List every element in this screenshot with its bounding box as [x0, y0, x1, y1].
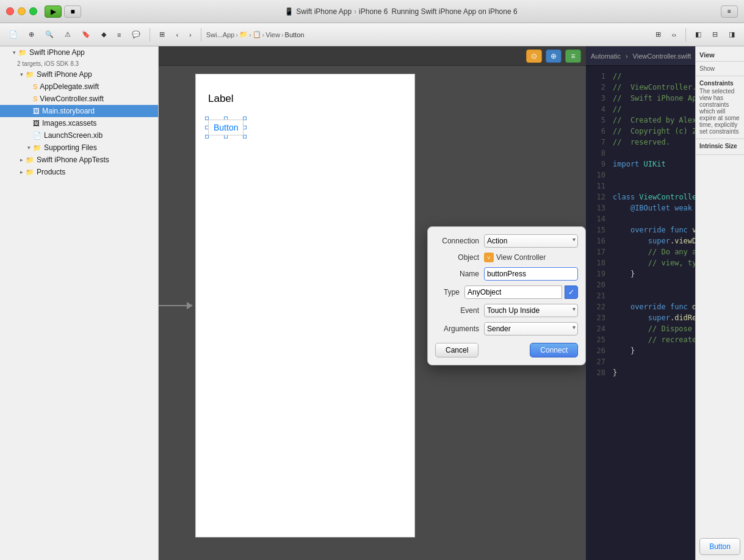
bookmark-button[interactable]: 🔖: [78, 27, 95, 43]
canvas-area: ⊙ ⊕ ≡ Label: [159, 46, 586, 560]
code-content: 12345 678910 1112131415 1617181920 21222…: [586, 66, 695, 560]
canvas-tool-1[interactable]: ⊙: [526, 49, 542, 63]
stop-button[interactable]: ■: [64, 5, 81, 18]
name-input[interactable]: [484, 267, 578, 281]
breadcrumb-file[interactable]: 📋: [253, 31, 261, 38]
utilities-toggle[interactable]: ◨: [724, 27, 739, 43]
project-icon: 📁: [18, 49, 27, 57]
connection-select[interactable]: Action Outlet Outlet Collection: [484, 234, 578, 248]
maximize-button[interactable]: [29, 7, 37, 15]
navigator-toggle[interactable]: ◧: [691, 27, 706, 43]
menu-button[interactable]: ≡: [721, 5, 738, 18]
breakpoint-button[interactable]: ◆: [97, 27, 110, 43]
sidebar-item-main-storyboard[interactable]: 🖼 Main.storyboard: [0, 105, 158, 117]
ui-label: Label: [208, 93, 402, 105]
speech-button[interactable]: 💬: [128, 27, 145, 43]
popup-row-connection: Connection Action Outlet Outlet Collecti…: [435, 234, 578, 248]
arrow-line: [159, 305, 187, 306]
canvas-toolbar: ⊙ ⊕ ≡: [159, 46, 586, 66]
right-panel: View Show Constraints The selected view …: [695, 46, 744, 560]
app-info: 📱 Swift iPhone App › iPhone 6: [284, 7, 388, 16]
breadcrumb-app[interactable]: Swi...App: [206, 31, 234, 38]
sidebar-item-appdelegate[interactable]: S AppDelegate.swift: [0, 81, 158, 93]
new-file-button[interactable]: 📄: [5, 27, 22, 43]
breadcrumb-view[interactable]: View: [265, 31, 280, 38]
right-panel-header: View: [696, 46, 744, 62]
arrow-head: [187, 302, 193, 309]
vc-icon: V: [484, 253, 494, 262]
breadcrumb: Swi...App › 📁 › 📋 › View › Button: [206, 31, 305, 38]
warning-button[interactable]: ⚠: [60, 27, 75, 43]
add-target-button[interactable]: ⊕: [24, 27, 38, 43]
popup-object: V View Controller: [484, 253, 578, 262]
connection-popup: Connection Action Outlet Outlet Collecti…: [427, 226, 586, 365]
type-label: Type: [435, 288, 464, 296]
titlebar: ▶ ■ 📱 Swift iPhone App › iPhone 6 Runnin…: [0, 0, 744, 23]
sidebar-item-launchscreen[interactable]: 📄 LaunchScreen.xib: [0, 129, 158, 142]
iphone-frame: Label Button: [195, 74, 415, 537]
event-select-wrapper[interactable]: Touch Up Inside Touch Up Outside Touch D…: [484, 304, 578, 317]
main-layout: ▾ 📁 Swift iPhone App 2 targets, iOS SDK …: [0, 46, 744, 560]
app-name: Swift iPhone App: [296, 7, 352, 16]
right-panel-intrinsic: Intrinsic Size: [696, 139, 744, 155]
code-editor: Automatic › ViewController.swift › No Se…: [586, 46, 695, 560]
debug-toggle[interactable]: ⊟: [708, 27, 722, 43]
event-select[interactable]: Touch Up Inside Touch Up Outside Touch D…: [484, 304, 578, 317]
popup-connector: [585, 295, 586, 296]
sidebar-item-tests[interactable]: ▸ 📁 Swift iPhone AppTests: [0, 154, 158, 166]
arguments-select[interactable]: Sender Sender and Event None: [484, 322, 578, 336]
version-editor-button[interactable]: ‹›: [668, 27, 681, 43]
device-name: iPhone 6: [359, 7, 388, 16]
sidebar-item-viewcontroller[interactable]: S ViewController.swift: [0, 93, 158, 105]
sidebar-item-products[interactable]: ▸ 📁 Products: [0, 166, 158, 178]
canvas-tool-3[interactable]: ≡: [565, 49, 581, 63]
type-check-button[interactable]: ✓: [565, 285, 578, 299]
popup-buttons: Cancel Connect: [435, 343, 578, 357]
connect-button[interactable]: Connect: [530, 343, 578, 357]
type-input[interactable]: [464, 285, 562, 299]
sidebar-item-root[interactable]: ▾ 📁 Swift iPhone App: [0, 46, 158, 59]
minimize-button[interactable]: [18, 7, 26, 15]
popup-row-type: Type ✓: [435, 285, 578, 299]
arguments-select-wrapper[interactable]: Sender Sender and Event None: [484, 322, 578, 336]
ui-button-container[interactable]: Button: [208, 120, 244, 135]
iphone-content: Label Button: [196, 74, 414, 154]
breadcrumb-current: Button: [285, 31, 305, 38]
close-button[interactable]: [6, 7, 14, 15]
sidebar: ▾ 📁 Swift iPhone App 2 targets, iOS SDK …: [0, 46, 159, 560]
popup-row-name: Name: [435, 267, 578, 281]
supporting-files-label: Supporting Files: [44, 143, 97, 152]
breadcrumb-folder[interactable]: 📁: [239, 31, 248, 38]
code-toolbar-filename[interactable]: ViewController.swift: [633, 52, 692, 60]
right-panel-show: Show: [696, 62, 744, 76]
environment-button[interactable]: ≡: [113, 27, 125, 43]
right-panel-constraints: Constraints The selected view has constr…: [696, 76, 744, 139]
cancel-button[interactable]: Cancel: [435, 343, 479, 357]
sidebar-item-swift-group[interactable]: ▾ 📁 Swift iPhone App: [0, 68, 158, 81]
right-panel-button[interactable]: Button: [699, 538, 740, 555]
canvas-tool-2[interactable]: ⊕: [546, 49, 562, 63]
name-label: Name: [435, 270, 484, 278]
sidebar-item-images[interactable]: 🖼 Images.xcassets: [0, 117, 158, 129]
forward-button[interactable]: ›: [185, 27, 196, 43]
popup-row-event: Event Touch Up Inside Touch Up Outside T…: [435, 304, 578, 317]
ui-button[interactable]: Button: [208, 120, 244, 135]
code-toolbar: Automatic › ViewController.swift › No Se…: [586, 46, 695, 66]
toolbar: 📄 ⊕ 🔍 ⚠ 🔖 ◆ ≡ 💬 ⊞ ‹ › Swi...App › 📁 › 📋 …: [0, 23, 744, 46]
code-toolbar-auto: Automatic: [591, 52, 621, 60]
search-button[interactable]: 🔍: [41, 27, 58, 43]
arguments-label: Arguments: [435, 325, 484, 333]
run-button[interactable]: ▶: [45, 5, 62, 18]
object-value: View Controller: [496, 253, 546, 262]
back-button[interactable]: ‹: [172, 27, 182, 43]
editor-area: ⊙ ⊕ ≡ Label: [159, 46, 744, 560]
arrow-container: [159, 302, 193, 309]
popup-row-arguments: Arguments Sender Sender and Event None: [435, 322, 578, 336]
sidebar-item-supporting-files[interactable]: ▾ 📁 Supporting Files: [0, 142, 158, 154]
window-controls[interactable]: [6, 7, 37, 15]
code-text[interactable]: // // ViewController.swift // Swift iPho…: [608, 66, 695, 560]
root-subtitle: 2 targets, iOS SDK 8.3: [0, 59, 158, 68]
connection-select-wrapper[interactable]: Action Outlet Outlet Collection: [484, 234, 578, 248]
assistant-editor-button[interactable]: ⊞: [651, 27, 665, 43]
view-toggle-button[interactable]: ⊞: [155, 27, 169, 43]
